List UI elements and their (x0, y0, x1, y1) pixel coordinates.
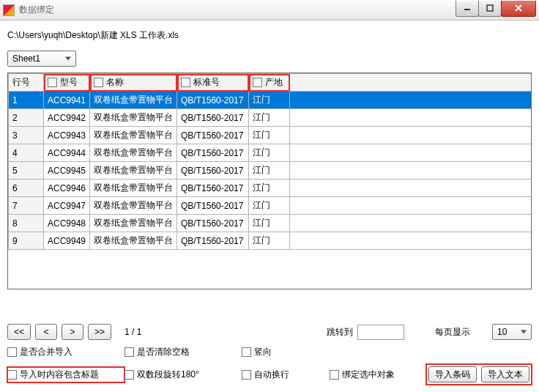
cell-place: 江门 (249, 109, 290, 127)
table-row[interactable]: 7ACC9947双卷纸盒带置物平台QB/T1560-2017江门 (9, 197, 532, 215)
last-page-button[interactable]: >> (88, 324, 111, 340)
table-row[interactable]: 8ACC9948双卷纸盒带置物平台QB/T1560-2017江门 (9, 215, 532, 232)
cell-filler (290, 92, 531, 109)
cell-name: 双卷纸盒带置物平台 (90, 180, 177, 197)
table-row[interactable]: 1ACC9941双卷纸盒带置物平台QB/T1560-2017江门 (9, 92, 532, 109)
header-filler (290, 74, 531, 92)
table-row[interactable]: 3ACC9943双卷纸盒带置物平台QB/T1560-2017江门 (9, 127, 532, 144)
cell-rowno: 4 (9, 144, 44, 162)
header-model[interactable]: 型号 (44, 74, 90, 92)
page-size-label: 每页显示 (435, 326, 470, 339)
cell-model: ACC9941 (44, 92, 90, 109)
cell-model: ACC9948 (44, 215, 90, 232)
option-double-rotate[interactable]: 双数段旋转180° (124, 369, 199, 381)
maximize-icon (486, 4, 494, 12)
cell-name: 双卷纸盒带置物平台 (90, 109, 177, 127)
cell-std: QB/T1560-2017 (177, 162, 249, 180)
checkbox-icon[interactable] (48, 78, 57, 87)
data-grid: 行号 型号 名称 标准号 产地 (7, 73, 532, 289)
cell-rowno: 6 (9, 180, 44, 197)
cell-rowno: 8 (9, 215, 44, 232)
cell-std: QB/T1560-2017 (177, 144, 249, 162)
first-page-button[interactable]: << (7, 324, 31, 340)
cell-rowno: 5 (9, 162, 44, 180)
cell-rowno: 9 (9, 232, 44, 250)
header-name[interactable]: 名称 (90, 74, 177, 92)
option-include-header[interactable]: 导入时内容包含标题 (7, 369, 99, 381)
cell-place: 江门 (249, 197, 290, 215)
import-buttons-group: 导入条码 导入文本 (426, 364, 532, 385)
page-size-select[interactable]: 10 (492, 324, 532, 340)
checkbox-icon[interactable] (181, 78, 190, 87)
cell-place: 江门 (249, 215, 290, 232)
cell-place: 江门 (249, 92, 290, 109)
cell-filler (290, 162, 531, 180)
checkbox-icon (124, 347, 134, 357)
cell-filler (290, 109, 531, 127)
cell-filler (290, 215, 531, 232)
option-auto-wrap[interactable]: 自动换行 (242, 369, 289, 381)
cell-place: 江门 (249, 232, 290, 250)
cell-place: 江门 (249, 127, 290, 144)
cell-filler (290, 144, 531, 162)
checkbox-icon (330, 370, 339, 380)
checkbox-icon[interactable] (94, 78, 103, 87)
window-controls (456, 1, 536, 17)
cell-model: ACC9949 (44, 232, 90, 250)
cell-name: 双卷纸盒带置物平台 (90, 162, 177, 180)
option-vertical[interactable]: 竖向 (242, 346, 272, 358)
checkbox-icon (124, 370, 134, 380)
checkbox-icon[interactable] (253, 78, 262, 87)
cell-std: QB/T1560-2017 (177, 127, 249, 144)
table-row[interactable]: 5ACC9945双卷纸盒带置物平台QB/T1560-2017江门 (9, 162, 532, 180)
cell-model: ACC9943 (44, 127, 90, 144)
pager: << < > >> 1 / 1 跳转到 每页显示 10 (7, 324, 532, 340)
minimize-icon (464, 4, 471, 12)
cell-filler (290, 197, 531, 215)
table-row[interactable]: 6ACC9946双卷纸盒带置物平台QB/T1560-2017江门 (9, 180, 532, 197)
cell-model: ACC9946 (44, 180, 90, 197)
prev-page-button[interactable]: < (35, 324, 57, 340)
option-clear-blank[interactable]: 是否清除空格 (124, 346, 190, 358)
cell-model: ACC9945 (44, 162, 90, 180)
table-row[interactable]: 2ACC9942双卷纸盒带置物平台QB/T1560-2017江门 (9, 109, 532, 127)
file-path-label: C:\Users\yuqh\Desktop\新建 XLS 工作表.xls (7, 29, 532, 42)
cell-std: QB/T1560-2017 (177, 109, 249, 127)
import-barcode-button[interactable]: 导入条码 (428, 366, 477, 382)
sheet-select[interactable]: Sheet1 (7, 51, 76, 67)
cell-std: QB/T1560-2017 (177, 180, 249, 197)
header-place[interactable]: 产地 (249, 74, 290, 92)
page-indicator: 1 / 1 (124, 327, 141, 337)
checkbox-icon (7, 370, 17, 380)
cell-model: ACC9942 (44, 109, 90, 127)
cell-name: 双卷纸盒带置物平台 (90, 144, 177, 162)
cell-rowno: 3 (9, 127, 44, 144)
minimize-button[interactable] (456, 1, 479, 17)
next-page-button[interactable]: > (62, 324, 83, 340)
import-text-button[interactable]: 导入文本 (481, 366, 529, 382)
cell-place: 江门 (249, 162, 290, 180)
header-rowno[interactable]: 行号 (9, 74, 44, 92)
header-row: 行号 型号 名称 标准号 产地 (9, 74, 532, 92)
header-standard[interactable]: 标准号 (177, 74, 249, 92)
cell-name: 双卷纸盒带置物平台 (90, 232, 177, 250)
maximize-button[interactable] (478, 1, 502, 17)
cell-place: 江门 (249, 180, 290, 197)
jump-label: 跳转到 (327, 326, 353, 339)
cell-filler (290, 127, 531, 144)
cell-rowno: 2 (9, 109, 44, 127)
jump-input[interactable] (357, 325, 404, 340)
cell-place: 江门 (249, 144, 290, 162)
table-row[interactable]: 9ACC9949双卷纸盒带置物平台QB/T1560-2017江门 (9, 232, 532, 250)
table-row[interactable]: 4ACC9944双卷纸盒带置物平台QB/T1560-2017江门 (9, 144, 532, 162)
cell-std: QB/T1560-2017 (177, 215, 249, 232)
svg-rect-1 (487, 5, 493, 11)
option-bind-selected[interactable]: 绑定选中对象 (330, 369, 395, 381)
checkbox-icon (242, 347, 251, 357)
option-merge-import[interactable]: 是否合并导入 (7, 346, 73, 358)
checkbox-icon (242, 370, 251, 380)
titlebar: 数据绑定 (0, 0, 539, 21)
close-button[interactable] (501, 1, 536, 17)
cell-std: QB/T1560-2017 (177, 197, 249, 215)
window-title: 数据绑定 (19, 4, 54, 16)
